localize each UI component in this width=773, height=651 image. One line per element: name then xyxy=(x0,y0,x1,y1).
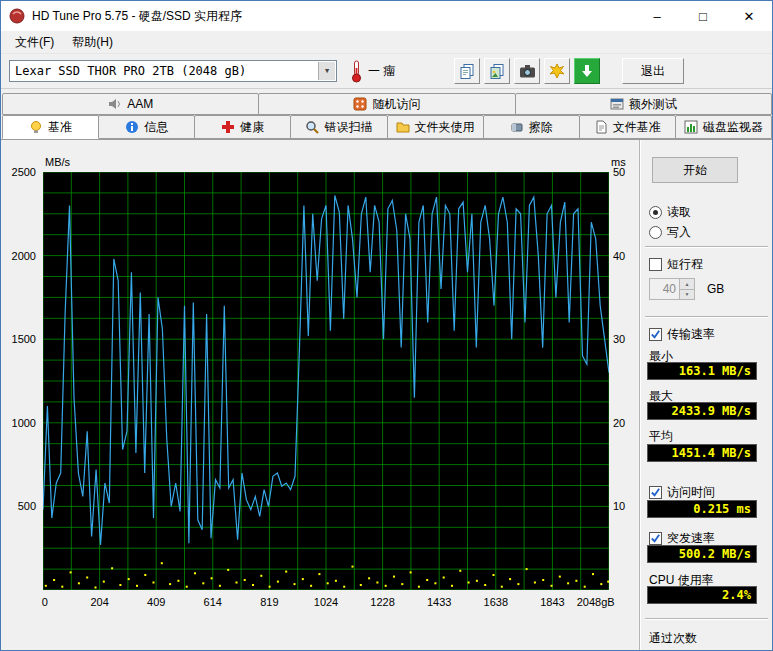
device-select[interactable]: Lexar SSD THOR PRO 2TB (2048 gB) ▼ xyxy=(9,60,337,82)
copy-image-icon xyxy=(489,63,505,79)
radio-read[interactable]: 读取 xyxy=(649,204,691,221)
device-select-value: Lexar SSD THOR PRO 2TB (2048 gB) xyxy=(15,64,246,78)
menu-file[interactable]: 文件(F) xyxy=(7,32,62,53)
save-results-button[interactable] xyxy=(544,58,570,84)
dice-icon xyxy=(353,97,367,111)
cpu-usage-value-display: 2.4% xyxy=(647,586,757,604)
down-arrow-icon xyxy=(580,64,594,78)
tab-random-access-label: 随机访问 xyxy=(372,96,420,113)
tab-health[interactable]: 健康 xyxy=(194,115,291,139)
axis-tick-label: 409 xyxy=(147,596,165,608)
axis-tick-label: 819 xyxy=(260,596,278,608)
tab-aam[interactable]: AAM xyxy=(2,93,259,115)
separator xyxy=(645,618,768,620)
save-button[interactable] xyxy=(574,58,600,84)
left-axis-title: MB/s xyxy=(45,156,70,168)
check-icon xyxy=(650,487,661,498)
transfer-rate-checkbox-box xyxy=(649,328,662,341)
radio-write[interactable]: 写入 xyxy=(649,224,691,241)
tab-benchmark-label: 基准 xyxy=(48,119,72,136)
copy-image-button[interactable] xyxy=(484,58,510,84)
axis-tick-label: 1024 xyxy=(314,596,338,608)
close-button[interactable]: ✕ xyxy=(726,1,772,31)
bar-chart-icon xyxy=(684,120,698,134)
left-axis-labels: 5001000150020002500 xyxy=(1,172,39,590)
checkbox-transfer-rate[interactable]: 传输速率 xyxy=(649,326,715,343)
tab-folder-usage-label: 文件夹使用 xyxy=(415,119,475,136)
start-button[interactable]: 开始 xyxy=(652,157,738,183)
axis-tick-label: 614 xyxy=(204,596,222,608)
axis-tick-label: 1433 xyxy=(427,596,451,608)
tab-erase-label: 擦除 xyxy=(529,119,553,136)
plot-svg xyxy=(43,172,609,590)
x-axis-labels: 0204409614819102412281433163818432048gB xyxy=(43,596,609,610)
short-stroke-label: 短行程 xyxy=(667,256,703,273)
axis-tick-label: 0 xyxy=(42,596,48,608)
axis-tick-label: 1228 xyxy=(370,596,394,608)
burst-rate-value-display: 500.2 MB/s xyxy=(647,545,757,563)
tab-aam-label: AAM xyxy=(127,97,153,111)
screenshot-button[interactable] xyxy=(514,58,540,84)
spinner-buttons: ▲ ▼ xyxy=(679,279,694,299)
tab-folder-usage[interactable]: 文件夹使用 xyxy=(387,115,484,139)
tab-extra-tests[interactable]: 额外测试 xyxy=(515,93,772,115)
minimize-button[interactable]: – xyxy=(634,1,680,31)
info-icon xyxy=(125,120,139,134)
access-time-checkbox-box xyxy=(649,486,662,499)
radio-write-label: 写入 xyxy=(667,224,691,241)
checkbox-access-time[interactable]: 访问时间 xyxy=(649,484,715,501)
axis-tick-label: 30 xyxy=(613,333,625,345)
menu-help[interactable]: 帮助(H) xyxy=(64,32,121,53)
tab-random-access[interactable]: 随机访问 xyxy=(258,93,515,115)
axis-tick-label: 1000 xyxy=(12,417,36,429)
short-stroke-size-value: 40 xyxy=(650,282,679,296)
axis-tick-label: 1843 xyxy=(540,596,564,608)
tab-bar: AAM 随机访问 额外测试 xyxy=(2,93,771,139)
maximize-button[interactable]: □ xyxy=(680,1,726,31)
access-time-value-display: 0.215 ms xyxy=(647,500,757,518)
tab-error-scan[interactable]: 错误扫描 xyxy=(290,115,387,139)
radio-read-circle xyxy=(649,206,662,219)
exit-button[interactable]: 退出 xyxy=(622,58,684,84)
pass-count-label: 通过次数 xyxy=(649,630,697,647)
tab-benchmark[interactable]: 基准 xyxy=(2,115,99,139)
spinner-down-icon[interactable]: ▼ xyxy=(680,290,694,300)
short-stroke-size-input[interactable]: 40 ▲ ▼ xyxy=(649,278,695,300)
separator xyxy=(645,316,768,318)
starburst-icon xyxy=(549,63,565,79)
copy-pages-icon xyxy=(459,63,475,79)
short-stroke-unit: GB xyxy=(707,282,724,296)
tab-erase[interactable]: 擦除 xyxy=(483,115,580,139)
toolbar-buttons xyxy=(454,58,600,84)
file-icon xyxy=(594,120,608,134)
tab-info[interactable]: 信息 xyxy=(98,115,195,139)
axis-tick-label: 2500 xyxy=(12,166,36,178)
thermometer-icon xyxy=(351,59,362,83)
axis-tick-label: 20 xyxy=(613,417,625,429)
axis-tick-label: 1638 xyxy=(484,596,508,608)
max-value-display: 2433.9 MB/s xyxy=(647,402,757,420)
health-cross-icon xyxy=(221,120,235,134)
copy-text-button[interactable] xyxy=(454,58,480,84)
spinner-up-icon[interactable]: ▲ xyxy=(680,279,694,290)
avg-value-display: 1451.4 MB/s xyxy=(647,444,757,462)
radio-write-circle xyxy=(649,226,662,239)
checkbox-short-stroke[interactable]: 短行程 xyxy=(649,256,703,273)
chevron-down-icon[interactable]: ▼ xyxy=(318,62,335,80)
tab-file-benchmark-label: 文件基准 xyxy=(613,119,661,136)
bulb-icon xyxy=(29,120,43,134)
tab-disk-monitor[interactable]: 磁盘监视器 xyxy=(675,115,772,139)
check-icon xyxy=(650,329,661,340)
axis-tick-label: 500 xyxy=(18,500,36,512)
avg-label: 平均 xyxy=(649,428,673,445)
magnifier-icon xyxy=(305,120,319,134)
tab-error-scan-label: 错误扫描 xyxy=(324,119,372,136)
transfer-rate-label: 传输速率 xyxy=(667,326,715,343)
tab-row-bottom: 基准 信息 健康 xyxy=(2,115,771,139)
tab-file-benchmark[interactable]: 文件基准 xyxy=(579,115,676,139)
temperature-value: 一 癅 xyxy=(368,63,414,80)
short-stroke-checkbox-box xyxy=(649,258,662,271)
app-icon xyxy=(9,8,25,24)
folder-icon xyxy=(396,120,410,134)
axis-tick-label: 2000 xyxy=(12,250,36,262)
